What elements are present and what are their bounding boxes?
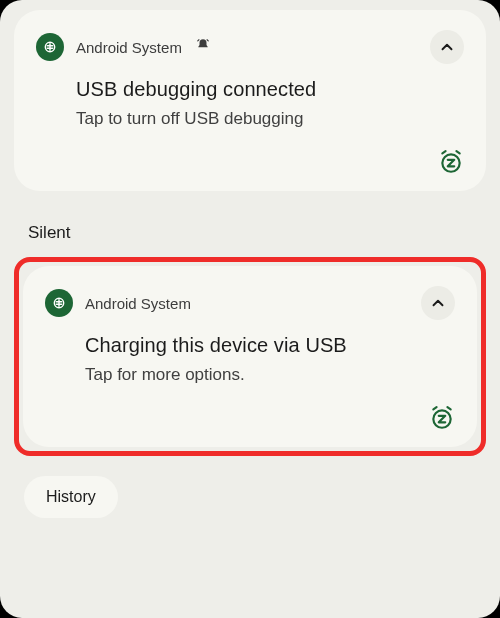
section-label-silent: Silent xyxy=(28,223,486,243)
snooze-row xyxy=(45,405,455,431)
notification-text: Tap for more options. xyxy=(85,365,455,385)
app-name: Android System xyxy=(85,295,191,312)
chevron-up-icon xyxy=(429,294,447,312)
notification-body: Charging this device via USB Tap for mor… xyxy=(45,320,455,385)
collapse-button[interactable] xyxy=(421,286,455,320)
collapse-button[interactable] xyxy=(430,30,464,64)
history-row: History xyxy=(14,476,486,518)
notification-title: USB debugging connected xyxy=(76,78,464,101)
notification-header: Android System xyxy=(45,286,455,320)
alarm-z-icon xyxy=(429,405,455,431)
snooze-row xyxy=(36,149,464,175)
notification-shade: Android System USB debugging connected T… xyxy=(0,0,500,618)
bell-icon xyxy=(196,38,210,56)
highlight-annotation: Android System Charging this device via … xyxy=(14,257,486,456)
snooze-button[interactable] xyxy=(438,149,464,175)
notification-card[interactable]: Android System Charging this device via … xyxy=(23,266,477,447)
history-button[interactable]: History xyxy=(24,476,118,518)
alarm-z-icon xyxy=(438,149,464,175)
notification-title: Charging this device via USB xyxy=(85,334,455,357)
app-name: Android System xyxy=(76,39,182,56)
chevron-up-icon xyxy=(438,38,456,56)
notification-card[interactable]: Android System USB debugging connected T… xyxy=(14,10,486,191)
snooze-button[interactable] xyxy=(429,405,455,431)
notification-body: USB debugging connected Tap to turn off … xyxy=(36,64,464,129)
android-system-icon xyxy=(45,289,73,317)
android-system-icon xyxy=(36,33,64,61)
notification-text: Tap to turn off USB debugging xyxy=(76,109,464,129)
notification-header: Android System xyxy=(36,30,464,64)
